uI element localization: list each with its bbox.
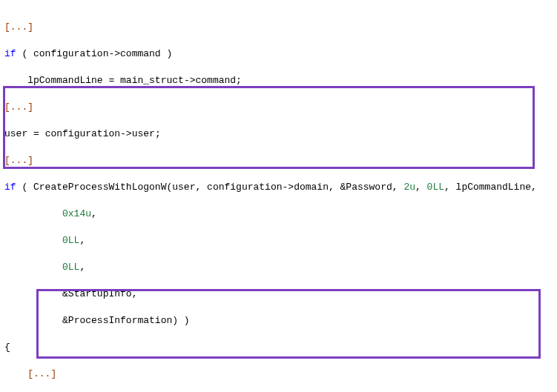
- code-line: {: [4, 341, 553, 354]
- code-line: &ProcessInformation) ): [4, 314, 553, 328]
- code-line: &StartupInfo,: [4, 288, 553, 301]
- code-line: if ( CreateProcessWithLogonW(user, confi…: [4, 181, 553, 194]
- code-line: lpCommandLine = main_struct->command;: [4, 74, 553, 87]
- ellipsis: [...]: [4, 102, 33, 113]
- kw-if: if: [4, 48, 16, 59]
- ellipsis: [...]: [4, 21, 33, 33]
- code-line: [...]: [4, 368, 553, 381]
- code-line: user = configuration->user;: [4, 127, 553, 141]
- code-line: [...]: [4, 21, 553, 34]
- code-block: [...] if ( configuration->command ) lpCo…: [0, 0, 557, 392]
- code-line: [...]: [4, 101, 553, 114]
- code-line: if ( configuration->command ): [4, 47, 553, 61]
- code-line: 0x14u,: [4, 207, 553, 221]
- code-line: 0LL,: [4, 261, 553, 274]
- code-line: 0LL,: [4, 234, 553, 248]
- kw-if: if: [4, 182, 16, 193]
- ellipsis: [...]: [4, 155, 33, 166]
- code-line: [...]: [4, 154, 553, 167]
- ellipsis: [...]: [27, 368, 56, 379]
